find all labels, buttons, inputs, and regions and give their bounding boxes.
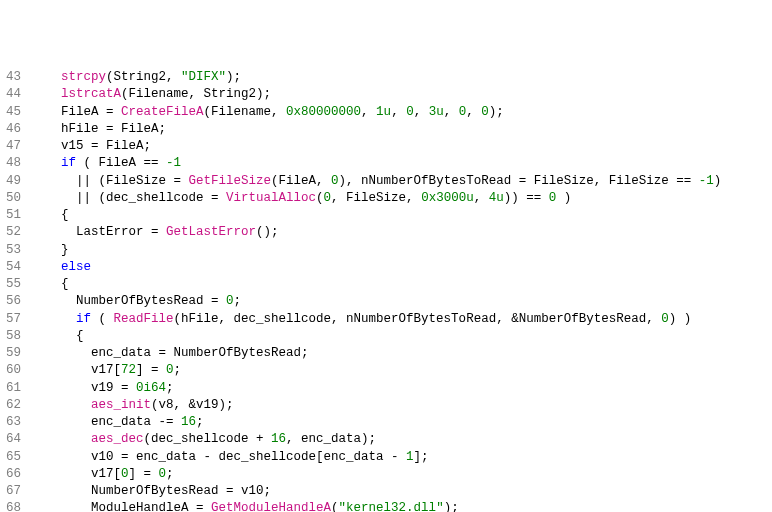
code-text: ) xyxy=(556,191,571,205)
code-text: v10 = enc_data - dec_shellcode[enc_data … xyxy=(61,450,406,464)
code-text: ( xyxy=(316,191,324,205)
code-text: (v8, &v19); xyxy=(151,398,234,412)
line-number: 50 xyxy=(6,191,21,205)
line-number: 55 xyxy=(6,277,21,291)
code-text: enc_data = NumberOfBytesRead; xyxy=(61,346,309,360)
number-literal: -1 xyxy=(699,174,714,188)
number-literal: 0i64 xyxy=(136,381,166,395)
number-literal: 0 xyxy=(226,294,234,308)
number-literal: 0 xyxy=(406,105,414,119)
code-text: , enc_data); xyxy=(286,432,376,446)
code-text: ]; xyxy=(414,450,429,464)
number-literal: 0 xyxy=(481,105,489,119)
code-text: FileA = xyxy=(61,105,121,119)
code-text: (hFile, dec_shellcode, nNumberOfBytesToR… xyxy=(174,312,662,326)
keyword: if xyxy=(61,156,76,170)
keyword: else xyxy=(61,260,91,274)
number-literal: 0 xyxy=(661,312,669,326)
fn-call: strcpy xyxy=(61,70,106,84)
code-text: (String2, xyxy=(106,70,181,84)
code-text: ( xyxy=(91,312,114,326)
number-literal: 0 xyxy=(121,467,129,481)
fn-call: ReadFile xyxy=(114,312,174,326)
fn-call: GetFileSize xyxy=(189,174,272,188)
number-literal: 3u xyxy=(429,105,444,119)
code-text: ); xyxy=(444,501,459,512)
line-number: 56 xyxy=(6,294,21,308)
code-text: ; xyxy=(196,415,204,429)
line-number: 53 xyxy=(6,243,21,257)
code-text: (Filename, String2); xyxy=(121,87,271,101)
line-number: 47 xyxy=(6,139,21,153)
string-literal: "kernel32.dll" xyxy=(339,501,444,512)
number-literal: 0 xyxy=(324,191,332,205)
string-literal: "DIFX" xyxy=(181,70,226,84)
code-text: ) xyxy=(714,174,722,188)
line-number: 63 xyxy=(6,415,21,429)
line-number: 44 xyxy=(6,87,21,101)
code-text: v15 = FileA; xyxy=(61,139,151,153)
code-text: hFile = FileA; xyxy=(61,122,166,136)
code-text: ) ) xyxy=(669,312,692,326)
line-number-gutter: 43 44 45 46 47 48 49 50 51 52 53 54 55 5… xyxy=(0,69,31,512)
number-literal: 0 xyxy=(159,467,167,481)
code-text: enc_data -= xyxy=(61,415,181,429)
fn-call: VirtualAlloc xyxy=(226,191,316,205)
code-text: v17[ xyxy=(61,363,121,377)
line-number: 48 xyxy=(6,156,21,170)
line-number: 66 xyxy=(6,467,21,481)
code-text: ModuleHandleA = xyxy=(61,501,211,512)
code-text: (Filename, xyxy=(204,105,287,119)
number-literal: 72 xyxy=(121,363,136,377)
keyword: if xyxy=(76,312,91,326)
code-area[interactable]: strcpy(String2, "DIFX"); lstrcatA(Filena… xyxy=(31,69,772,512)
line-number: 45 xyxy=(6,105,21,119)
code-text: ; xyxy=(166,381,174,395)
line-number: 59 xyxy=(6,346,21,360)
line-number: 60 xyxy=(6,363,21,377)
line-number: 51 xyxy=(6,208,21,222)
code-text: ] = xyxy=(136,363,166,377)
code-text: { xyxy=(61,277,69,291)
code-text: NumberOfBytesRead = v10; xyxy=(61,484,271,498)
fn-call: CreateFileA xyxy=(121,105,204,119)
line-number: 52 xyxy=(6,225,21,239)
number-literal: 0 xyxy=(459,105,467,119)
code-text: (FileA, xyxy=(271,174,331,188)
code-text: ; xyxy=(166,467,174,481)
number-literal: 16 xyxy=(271,432,286,446)
code-text: , FileSize, xyxy=(331,191,421,205)
line-number: 54 xyxy=(6,260,21,274)
code-text: ; xyxy=(174,363,182,377)
line-number: 61 xyxy=(6,381,21,395)
line-number: 57 xyxy=(6,312,21,326)
line-number: 65 xyxy=(6,450,21,464)
code-text: ); xyxy=(226,70,241,84)
number-literal: 4u xyxy=(489,191,504,205)
code-text: ), nNumberOfBytesToRead = FileSize, File… xyxy=(339,174,699,188)
fn-call: GetModuleHandleA xyxy=(211,501,331,512)
fn-call: aes_dec xyxy=(91,432,144,446)
line-number: 46 xyxy=(6,122,21,136)
code-text: } xyxy=(61,243,69,257)
code-text: LastError = xyxy=(61,225,166,239)
code-text: ( FileA == xyxy=(76,156,166,170)
number-literal: 16 xyxy=(181,415,196,429)
code-text: (); xyxy=(256,225,279,239)
line-number: 68 xyxy=(6,501,21,512)
number-literal: 0 xyxy=(331,174,339,188)
code-text: || (dec_shellcode = xyxy=(61,191,226,205)
code-text: NumberOfBytesRead = xyxy=(61,294,226,308)
code-text: v17[ xyxy=(61,467,121,481)
number-literal: 0 xyxy=(166,363,174,377)
number-literal: 1u xyxy=(376,105,391,119)
fn-call: GetLastError xyxy=(166,225,256,239)
number-literal: 1 xyxy=(406,450,414,464)
code-text: v19 = xyxy=(61,381,136,395)
code-text: { xyxy=(61,329,84,343)
code-text xyxy=(61,432,91,446)
code-text: (dec_shellcode + xyxy=(144,432,272,446)
code-text: , xyxy=(474,191,489,205)
code-text xyxy=(61,398,91,412)
line-number: 43 xyxy=(6,70,21,84)
